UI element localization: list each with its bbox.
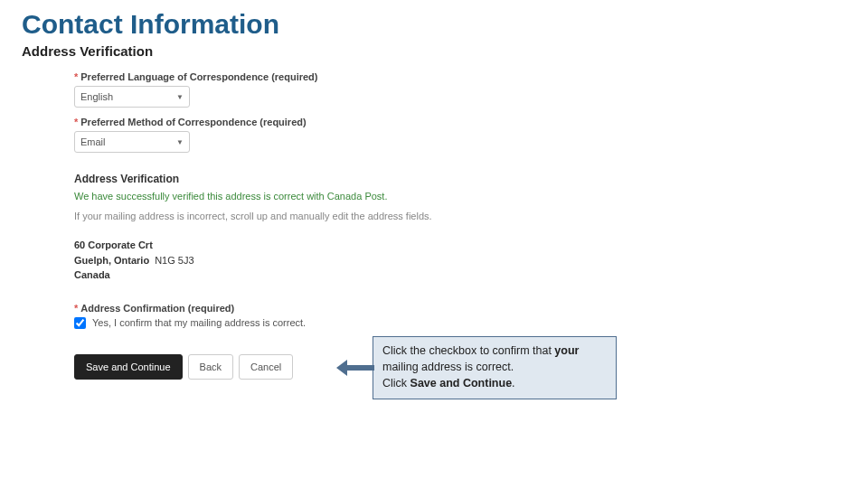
confirm-text: Yes, I confirm that my mailing address i… — [92, 317, 306, 328]
callout-line1: Click the checkbox to confirm that your … — [382, 343, 607, 375]
verification-heading: Address Verification — [74, 173, 544, 185]
address-country: Canada — [74, 267, 544, 283]
callout-bold: Save and Continue — [410, 377, 513, 389]
chevron-down-icon: ▼ — [176, 138, 184, 146]
verified-message: We have successfully verified this addre… — [74, 191, 544, 202]
address-line2: Guelph, OntarioN1G 5J3 — [74, 253, 544, 268]
slide-subtitle: Address Verification — [22, 43, 846, 59]
required-star-icon: * — [74, 71, 78, 82]
address-postal: N1G 5J3 — [155, 255, 193, 266]
cancel-button[interactable]: Cancel — [239, 354, 293, 380]
required-star-icon: * — [74, 303, 78, 314]
lang-label: *Preferred Language of Correspondence (r… — [74, 71, 544, 82]
address-line1: 60 Corporate Crt — [74, 238, 544, 253]
confirm-checkbox[interactable] — [74, 317, 86, 329]
method-label-text: Preferred Method of Correspondence (requ… — [80, 117, 306, 127]
help-text: If your mailing address is incorrect, sc… — [74, 211, 544, 221]
callout-text: Click — [382, 377, 410, 389]
method-select-value: Email — [80, 136, 106, 147]
callout-bold: your — [554, 344, 579, 357]
left-arrow-icon — [336, 360, 374, 376]
lang-label-text: Preferred Language of Correspondence (re… — [80, 71, 317, 82]
chevron-down-icon: ▼ — [176, 93, 184, 101]
address-block: 60 Corporate Crt Guelph, OntarioN1G 5J3 … — [74, 238, 544, 283]
form-screenshot: *Preferred Language of Correspondence (r… — [22, 71, 544, 380]
method-select[interactable]: Email ▼ — [74, 131, 190, 153]
confirm-row: Yes, I confirm that my mailing address i… — [74, 317, 544, 329]
lang-select-value: English — [80, 91, 113, 102]
confirm-label: *Address Confirmation (required) — [74, 303, 544, 314]
back-button[interactable]: Back — [188, 354, 233, 380]
confirm-label-text: Address Confirmation (required) — [80, 303, 234, 314]
callout-text: Click the checkbox to confirm that — [382, 344, 554, 357]
lang-select[interactable]: English ▼ — [74, 86, 190, 108]
method-label: *Preferred Method of Correspondence (req… — [74, 117, 544, 127]
required-star-icon: * — [74, 117, 78, 127]
slide-title: Contact Information — [22, 9, 846, 40]
save-continue-button[interactable]: Save and Continue — [74, 354, 183, 380]
instruction-callout-wrap: Click the checkbox to confirm that your … — [336, 336, 617, 399]
callout-line2: Click Save and Continue. — [382, 375, 607, 391]
callout-text: mailing address is correct. — [382, 361, 514, 373]
callout-text: . — [512, 377, 514, 389]
address-city: Guelph, Ontario — [74, 255, 149, 266]
instruction-callout: Click the checkbox to confirm that your … — [373, 336, 617, 399]
